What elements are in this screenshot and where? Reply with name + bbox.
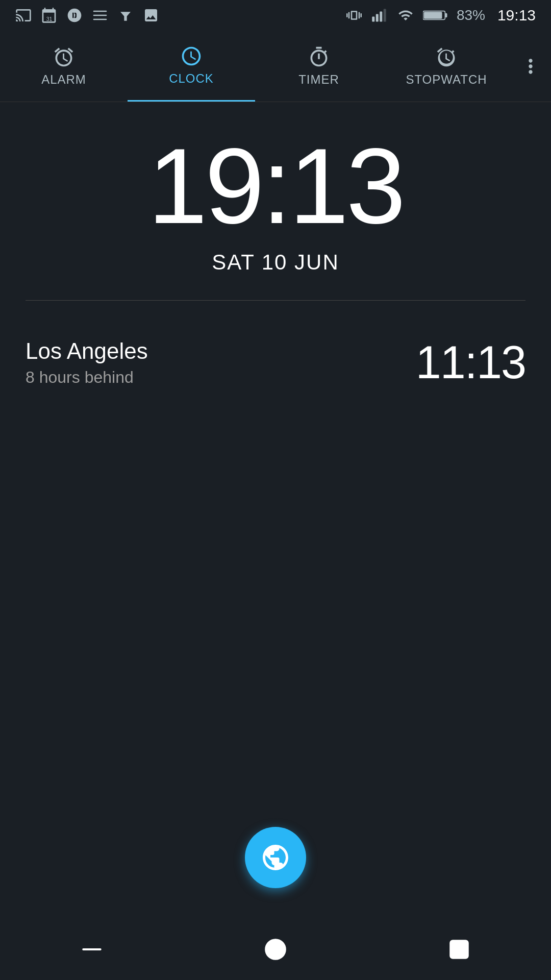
tab-alarm[interactable]: ALARM [0, 31, 128, 102]
pandora-icon [66, 7, 83, 23]
tab-timer[interactable]: TIMER [255, 31, 383, 102]
svg-text:31: 31 [46, 16, 53, 22]
navigation-bar [0, 919, 551, 980]
back-icon [79, 937, 105, 962]
stopwatch-icon [435, 46, 458, 68]
world-clock-city: Los Angeles [26, 338, 148, 364]
tab-stopwatch-label: STOPWATCH [406, 72, 487, 87]
timer-icon [308, 46, 330, 68]
current-time-display: 19:13 [26, 133, 525, 240]
svg-rect-6 [380, 12, 382, 22]
svg-rect-10 [424, 12, 442, 18]
main-content: 19:13 SAT 10 JUN Los Angeles 8 hours beh… [0, 102, 551, 394]
more-menu-button[interactable] [510, 31, 551, 102]
status-time: 19:13 [497, 7, 536, 24]
add-world-clock-button[interactable] [245, 827, 306, 888]
tab-stopwatch[interactable]: STOPWATCH [383, 31, 510, 102]
svg-rect-4 [372, 17, 374, 22]
world-clock-time: 11:13 [416, 336, 525, 389]
tab-bar: ALARM CLOCK TIMER STOPWATCH [0, 31, 551, 102]
image-icon [143, 7, 159, 23]
status-bar-right-icons: 83% 19:13 [346, 7, 536, 24]
world-clock-entry: Los Angeles 8 hours behind 11:13 [26, 331, 525, 394]
tab-clock[interactable]: CLOCK [128, 31, 255, 102]
alarm-icon [53, 46, 75, 68]
vibrate-icon [346, 8, 362, 23]
battery-icon [423, 8, 448, 22]
svg-rect-1 [93, 11, 107, 12]
world-clock-offset: 8 hours behind [26, 368, 148, 387]
globe-icon [260, 842, 291, 873]
cast-icon [15, 7, 32, 23]
nav-home-button[interactable] [245, 929, 306, 970]
tab-timer-label: TIMER [298, 72, 339, 87]
tab-alarm-label: ALARM [41, 72, 86, 87]
battery-percent: 83% [457, 7, 485, 23]
nav-recents-button[interactable] [429, 929, 490, 970]
status-bar: 31 [0, 0, 551, 31]
signal-icon [370, 8, 388, 23]
world-clock-info: Los Angeles 8 hours behind [26, 338, 148, 387]
nav-back-button[interactable] [61, 929, 122, 970]
home-icon [263, 937, 288, 962]
svg-point-12 [266, 940, 285, 959]
svg-rect-3 [93, 19, 107, 20]
svg-rect-11 [82, 948, 102, 950]
status-bar-left-icons: 31 [15, 7, 159, 23]
current-date-display: SAT 10 JUN [26, 250, 525, 275]
svg-rect-7 [384, 9, 386, 22]
svg-rect-13 [450, 941, 467, 958]
tab-clock-label: CLOCK [169, 71, 214, 86]
section-divider [26, 300, 525, 301]
recents-icon [446, 937, 472, 962]
more-vert-icon [519, 55, 542, 78]
svg-rect-5 [376, 14, 379, 22]
wifi-icon [396, 8, 415, 23]
equalizer-icon [117, 7, 134, 23]
svg-rect-9 [445, 13, 447, 17]
clock-icon [180, 45, 203, 67]
calendar-icon: 31 [41, 7, 57, 23]
menu-icon [92, 7, 108, 23]
svg-rect-2 [93, 15, 107, 16]
